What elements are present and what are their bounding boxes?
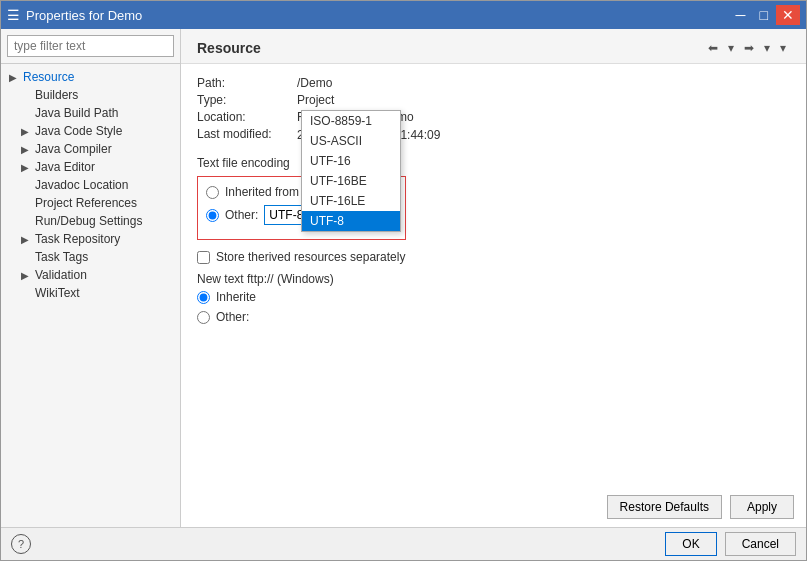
store-text-suffix: erived resources separately: [258, 250, 405, 264]
other-label: Other:: [225, 208, 258, 222]
tree: ▶ResourceBuildersJava Build Path▶Java Co…: [1, 64, 180, 527]
ok-button[interactable]: OK: [665, 532, 716, 556]
tree-label-java-compiler: Java Compiler: [35, 142, 112, 156]
sidebar-item-task-tags[interactable]: Task Tags: [1, 248, 180, 266]
sidebar-item-java-build-path[interactable]: Java Build Path: [1, 104, 180, 122]
encoding-section-title: Text file encoding: [197, 156, 790, 170]
encoding-dropdown-menu[interactable]: ISO-8859-1US-ASCIIUTF-16UTF-16BEUTF-16LE…: [301, 110, 401, 232]
main-window: ☰ Properties for Demo ─ □ ✕ ▶ResourceBui…: [0, 0, 807, 561]
type-row: Type: Project: [197, 93, 790, 107]
forward-next-button[interactable]: ▾: [760, 39, 774, 57]
help-button[interactable]: ?: [11, 534, 31, 554]
cancel-button[interactable]: Cancel: [725, 532, 796, 556]
sidebar-item-java-code-style[interactable]: ▶Java Code Style: [1, 122, 180, 140]
panel-action-buttons: Restore Defaults Apply: [607, 495, 794, 519]
dropdown-item-utf-16le[interactable]: UTF-16LE: [302, 191, 400, 211]
status-bar: ? OK Cancel: [1, 527, 806, 560]
maximize-button[interactable]: □: [754, 5, 774, 25]
sidebar: ▶ResourceBuildersJava Build Path▶Java Co…: [1, 29, 181, 527]
path-row: Path: /Demo: [197, 76, 790, 90]
path-value: /Demo: [297, 76, 332, 90]
apply-button[interactable]: Apply: [730, 495, 794, 519]
sidebar-item-builders[interactable]: Builders: [1, 86, 180, 104]
forward-prev-button[interactable]: ▾: [724, 39, 738, 57]
sidebar-item-validation[interactable]: ▶Validation: [1, 266, 180, 284]
info-table: Path: /Demo Type: Project Location: F:\E…: [197, 76, 790, 144]
new-text-partial: New text f: [197, 272, 250, 286]
inherited-radio[interactable]: [206, 186, 219, 199]
title-bar: ☰ Properties for Demo ─ □ ✕: [1, 1, 806, 29]
sidebar-item-project-references[interactable]: Project References: [1, 194, 180, 212]
path-label: Path:: [197, 76, 297, 90]
nav-buttons: ⬅ ▾ ➡ ▾ ▾: [704, 39, 790, 57]
inherited2-label: Inherite: [216, 290, 256, 304]
dropdown-item-iso-8859-1[interactable]: ISO-8859-1: [302, 111, 400, 131]
dialog-buttons: OK Cancel: [665, 532, 796, 556]
store-checkbox[interactable]: [197, 251, 210, 264]
other2-radio[interactable]: [197, 311, 210, 324]
tree-arrow-java-code-style: ▶: [21, 126, 35, 137]
right-panel: Resource ⬅ ▾ ➡ ▾ ▾ Path: /Demo Type:: [181, 29, 806, 527]
tree-arrow-task-repository: ▶: [21, 234, 35, 245]
tree-arrow-validation: ▶: [21, 270, 35, 281]
type-label: Type:: [197, 93, 297, 107]
sidebar-item-wikitext[interactable]: WikiText: [1, 284, 180, 302]
new-text-label: New text fttp:// (Windows): [197, 272, 790, 286]
new-text-section: New text fttp:// (Windows) Inherite Othe…: [197, 272, 790, 324]
panel-header: Resource ⬅ ▾ ➡ ▾ ▾: [181, 29, 806, 64]
other-radio[interactable]: [206, 209, 219, 222]
forward-button[interactable]: ➡: [740, 39, 758, 57]
close-button[interactable]: ✕: [776, 5, 800, 25]
restore-defaults-button[interactable]: Restore Defaults: [607, 495, 722, 519]
encoding-box: Inherited from container (UTF-8) Other: …: [197, 176, 406, 240]
tree-label-builders: Builders: [35, 88, 78, 102]
title-bar-left: ☰ Properties for Demo: [7, 7, 142, 23]
search-box: [1, 29, 180, 64]
tree-label-project-references: Project References: [35, 196, 137, 210]
other2-label: Other:: [216, 310, 249, 324]
window-title: Properties for Demo: [26, 8, 142, 23]
bottom-left: ?: [11, 534, 31, 554]
panel-title: Resource: [197, 40, 261, 56]
inherited2-radio[interactable]: [197, 291, 210, 304]
dropdown-item-us-ascii[interactable]: US-ASCII: [302, 131, 400, 151]
minimize-button[interactable]: ─: [730, 5, 752, 25]
location-row: Location: F:\Eclipse Files\Demo: [197, 110, 790, 124]
tree-label-run-debug-settings: Run/Debug Settings: [35, 214, 142, 228]
sidebar-item-javadoc-location[interactable]: Javadoc Location: [1, 176, 180, 194]
other2-radio-row: Other:: [197, 310, 790, 324]
modified-label: Last modified:: [197, 127, 297, 144]
store-label: Store therived resources separately: [216, 250, 405, 264]
tree-label-task-repository: Task Repository: [35, 232, 120, 246]
tree-label-validation: Validation: [35, 268, 87, 282]
inherited2-radio-row: Inherite: [197, 290, 790, 304]
window-icon: ☰: [7, 7, 20, 23]
location-label: Location:: [197, 110, 297, 124]
tree-arrow-java-editor: ▶: [21, 162, 35, 173]
tree-arrow-resource: ▶: [9, 72, 23, 83]
tree-label-java-build-path: Java Build Path: [35, 106, 118, 120]
title-bar-controls: ─ □ ✕: [730, 5, 800, 25]
dropdown-item-utf-16be[interactable]: UTF-16BE: [302, 171, 400, 191]
modified-row: Last modified: 2016年9月1日 下午1:44:09: [197, 127, 790, 144]
sidebar-item-run-debug-settings[interactable]: Run/Debug Settings: [1, 212, 180, 230]
dropdown-item-utf-16[interactable]: UTF-16: [302, 151, 400, 171]
tree-label-java-editor: Java Editor: [35, 160, 95, 174]
sidebar-item-java-editor[interactable]: ▶Java Editor: [1, 158, 180, 176]
store-text-partial: Store th: [216, 250, 258, 264]
more-button[interactable]: ▾: [776, 39, 790, 57]
tree-label-task-tags: Task Tags: [35, 250, 88, 264]
type-value: Project: [297, 93, 334, 107]
back-button[interactable]: ⬅: [704, 39, 722, 57]
search-input[interactable]: [7, 35, 174, 57]
main-content: ▶ResourceBuildersJava Build Path▶Java Co…: [1, 29, 806, 527]
tree-label-java-code-style: Java Code Style: [35, 124, 122, 138]
dropdown-item-utf-8[interactable]: UTF-8: [302, 211, 400, 231]
store-checkbox-row: Store therived resources separately: [197, 250, 790, 264]
sidebar-item-java-compiler[interactable]: ▶Java Compiler: [1, 140, 180, 158]
tree-label-resource: Resource: [23, 70, 74, 84]
sidebar-item-task-repository[interactable]: ▶Task Repository: [1, 230, 180, 248]
sidebar-item-resource[interactable]: ▶Resource: [1, 68, 180, 86]
tree-label-wikitext: WikiText: [35, 286, 80, 300]
panel-body: Path: /Demo Type: Project Location: F:\E…: [181, 64, 806, 527]
